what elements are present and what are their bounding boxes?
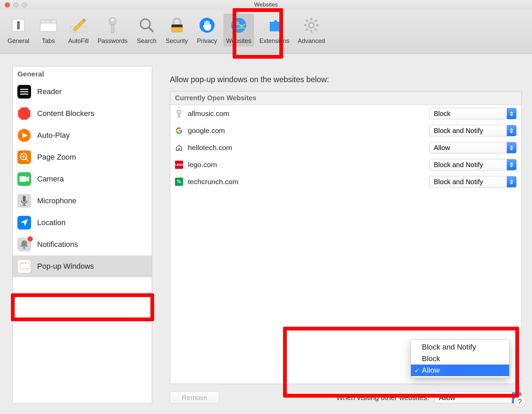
toolbar-item-advanced[interactable]: Advanced bbox=[295, 14, 328, 47]
preferences-toolbar: General -+ Tabs AutoFill Passwords Searc… bbox=[0, 10, 532, 54]
site-domain: techcrunch.com bbox=[188, 178, 425, 186]
svg-point-19 bbox=[234, 21, 239, 25]
favicon-techcrunch: Tc bbox=[175, 178, 183, 186]
site-setting-select[interactable]: Block and Notify bbox=[429, 125, 517, 136]
toolbar-item-extensions[interactable]: Extensions bbox=[257, 14, 292, 47]
menu-option-label: Allow bbox=[422, 366, 440, 374]
menu-option-block-notify[interactable]: Block and Notify bbox=[411, 341, 509, 353]
svg-line-28 bbox=[315, 20, 317, 22]
sidebar-item-label: Notifications bbox=[37, 240, 78, 249]
site-row[interactable]: LEGO lego.com Block and Notify bbox=[170, 156, 521, 173]
svg-line-26 bbox=[306, 20, 308, 22]
sidebar-item-popup-windows[interactable]: Pop-up Windows bbox=[13, 255, 152, 277]
globe-icon bbox=[229, 16, 248, 35]
stepper-icon bbox=[507, 159, 516, 170]
svg-point-10 bbox=[111, 18, 114, 21]
other-websites-label: When visiting other websites: bbox=[336, 394, 429, 402]
location-arrow-icon bbox=[17, 216, 31, 230]
svg-line-38 bbox=[26, 159, 28, 161]
key-icon bbox=[103, 16, 122, 35]
toolbar-item-websites[interactable]: Websites bbox=[223, 14, 254, 47]
other-websites-dropdown-menu: Block and Notify Block ✓ Allow bbox=[411, 340, 509, 378]
sidebar-item-notifications[interactable]: Notifications bbox=[13, 234, 152, 255]
svg-point-52 bbox=[25, 263, 26, 264]
toolbar-label: AutoFill bbox=[68, 38, 89, 45]
svg-marker-46 bbox=[20, 219, 28, 226]
sidebar-item-location[interactable]: Location bbox=[13, 212, 152, 234]
select-value: Allow bbox=[434, 144, 450, 152]
notification-badge bbox=[28, 236, 33, 241]
reader-icon bbox=[17, 85, 31, 99]
select-value: Block and Notify bbox=[434, 127, 483, 135]
svg-rect-1 bbox=[17, 21, 20, 29]
toolbar-item-search[interactable]: Search bbox=[133, 14, 160, 47]
remove-button[interactable]: Remove bbox=[170, 391, 219, 404]
select-value: Block and Notify bbox=[434, 161, 483, 169]
sidebar-item-page-zoom[interactable]: Page Zoom bbox=[13, 146, 152, 168]
svg-line-29 bbox=[306, 29, 308, 31]
menu-option-allow[interactable]: ✓ Allow bbox=[411, 365, 509, 376]
hand-stop-icon bbox=[197, 16, 217, 35]
toolbar-label: Search bbox=[137, 38, 157, 45]
svg-marker-42 bbox=[26, 176, 29, 182]
toolbar-item-security[interactable]: Security bbox=[163, 14, 191, 47]
toolbar-item-passwords[interactable]: Passwords bbox=[95, 14, 130, 47]
sidebar-item-microphone[interactable]: Microphone bbox=[13, 190, 152, 212]
titlebar: Websites bbox=[0, 0, 532, 10]
settings-sidebar: General Reader Content Blockers Auto-Pla… bbox=[12, 66, 152, 404]
toolbar-label: Security bbox=[166, 38, 188, 45]
menu-option-label: Block and Notify bbox=[422, 343, 476, 351]
stepper-icon bbox=[507, 125, 516, 136]
site-domain: allmusic.com bbox=[188, 109, 425, 118]
select-value: Block and Notify bbox=[434, 178, 483, 186]
site-row[interactable]: google.com Block and Notify bbox=[170, 122, 521, 139]
sidebar-item-auto-play[interactable]: Auto-Play bbox=[13, 124, 152, 146]
sidebar-item-camera[interactable]: Camera bbox=[13, 168, 152, 190]
site-row[interactable]: hellotech.com Allow bbox=[170, 139, 521, 156]
svg-point-20 bbox=[239, 26, 243, 29]
site-row[interactable]: Tc techcrunch.com Block and Notify bbox=[170, 173, 521, 190]
site-row[interactable]: allmusic.com Block bbox=[170, 105, 521, 122]
toolbar-item-tabs[interactable]: -+ Tabs bbox=[35, 14, 62, 47]
sidebar-item-label: Page Zoom bbox=[37, 153, 76, 162]
help-button[interactable]: ? bbox=[514, 396, 526, 408]
sidebar-item-content-blockers[interactable]: Content Blockers bbox=[13, 103, 152, 124]
pencil-form-icon bbox=[69, 16, 88, 35]
section-heading: Allow pop-up windows on the websites bel… bbox=[170, 75, 522, 84]
gear-icon bbox=[302, 16, 321, 35]
svg-rect-11 bbox=[111, 25, 114, 33]
toolbar-label: Privacy bbox=[197, 38, 217, 45]
stepper-icon bbox=[507, 142, 516, 153]
toolbar-item-general[interactable]: General bbox=[5, 14, 32, 47]
svg-rect-12 bbox=[111, 30, 115, 31]
toolbar-item-autofill[interactable]: AutoFill bbox=[65, 14, 92, 47]
menu-option-block[interactable]: Block bbox=[411, 353, 509, 365]
stepper-icon bbox=[507, 108, 516, 119]
stepper-icon bbox=[507, 176, 516, 187]
site-setting-select[interactable]: Block bbox=[429, 108, 517, 119]
site-setting-select[interactable]: Allow bbox=[429, 142, 517, 153]
sidebar-item-label: Content Blockers bbox=[37, 109, 94, 118]
site-domain: hellotech.com bbox=[188, 144, 425, 152]
sidebar-item-reader[interactable]: Reader bbox=[13, 81, 152, 103]
svg-rect-43 bbox=[23, 196, 26, 202]
site-setting-select[interactable]: Block and Notify bbox=[429, 176, 517, 188]
svg-text:+: + bbox=[49, 20, 50, 23]
tabs-icon: -+ bbox=[39, 16, 58, 35]
toolbar-label: General bbox=[8, 38, 29, 45]
padlock-icon bbox=[167, 16, 187, 35]
help-glyph: ? bbox=[518, 397, 522, 406]
sidebar-item-label: Microphone bbox=[37, 196, 76, 205]
favicon-hellotech bbox=[175, 144, 183, 152]
site-domain: lego.com bbox=[188, 161, 425, 169]
toolbar-item-privacy[interactable]: Privacy bbox=[193, 14, 221, 47]
switch-icon bbox=[9, 16, 28, 35]
sidebar-item-label: Pop-up Windows bbox=[37, 262, 94, 271]
toolbar-label: Extensions bbox=[260, 38, 290, 45]
select-value: Block bbox=[434, 110, 450, 118]
site-setting-select[interactable]: Block and Notify bbox=[429, 159, 517, 171]
svg-marker-34 bbox=[18, 107, 30, 120]
sidebar-item-label: Camera bbox=[37, 175, 64, 183]
other-websites-select[interactable]: Allow bbox=[434, 392, 522, 403]
sidebar-section-header: General bbox=[13, 66, 152, 81]
